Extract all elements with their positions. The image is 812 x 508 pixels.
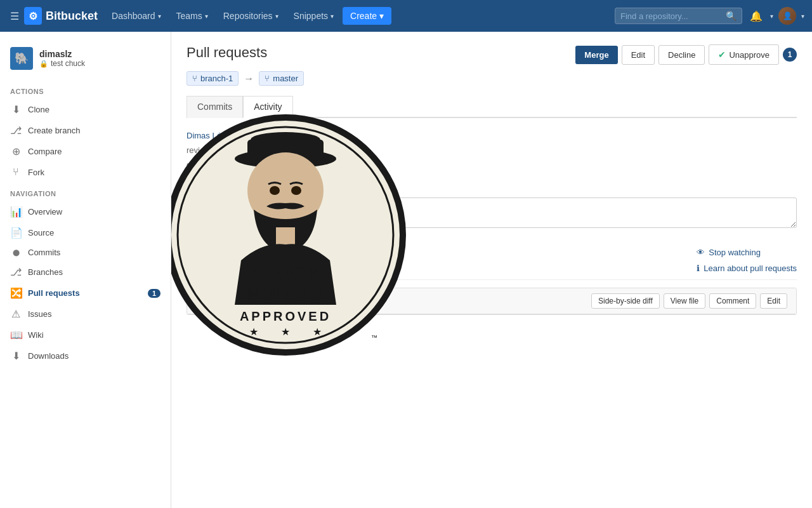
sidebar-item-pull-requests[interactable]: 🔀 Pull requests 1 — [0, 283, 171, 304]
downloads-icon: ⬇ — [10, 350, 22, 362]
overview-icon: 📊 — [10, 206, 22, 218]
sidebar-item-create-branch[interactable]: ⎇ Create branch — [0, 120, 171, 141]
logo[interactable]: ⚙ Bitbucket — [24, 7, 98, 25]
diff-remove-badge: -1 — [208, 265, 223, 276]
file-diff-box: txt1.txt Side-by-side diff View file Com… — [187, 288, 797, 315]
branch-icon: ⎇ — [10, 124, 22, 137]
sidebar-item-branches[interactable]: ⎇ Branches — [0, 262, 171, 283]
info-icon: ℹ — [697, 264, 700, 273]
comment-avatar — [187, 197, 206, 217]
view-file-button[interactable]: View file — [664, 293, 705, 309]
file-diff-actions: Side-by-side diff View file Comment Edit — [591, 293, 787, 309]
sidebar-item-downloads[interactable]: ⬇ Downloads — [0, 345, 171, 366]
svg-text:★: ★ — [281, 326, 290, 337]
tab-commits[interactable]: Commits — [187, 96, 243, 118]
sidebar-item-compare[interactable]: ⊕ Compare — [0, 141, 171, 162]
search-box: 🔍 — [615, 8, 742, 24]
stop-watching-button[interactable]: 👁 Stop watching — [697, 248, 797, 257]
lock-icon: 🔒 — [39, 60, 48, 68]
create-button[interactable]: Create ▾ — [343, 7, 391, 25]
chevron-down-icon: ▾ — [379, 11, 384, 21]
logo-icon: ⚙ — [24, 7, 42, 25]
arrow-icon: → — [244, 73, 254, 84]
sidebar-username[interactable]: dimaslz — [39, 49, 85, 59]
pr-tabs: Commits Activity — [187, 96, 797, 118]
source-branch: ⑂ branch-1 — [187, 71, 239, 86]
pr-sidebar-actions: 👁 Stop watching ℹ Learn about pull reque… — [697, 248, 797, 273]
unapprove-button[interactable]: ✔ Unapprove — [709, 44, 779, 65]
sidebar-item-commits[interactable]: ⬤ Commits — [0, 243, 171, 262]
chevron-down-icon: ▾ — [158, 13, 161, 20]
target-branch: ⑂ master — [259, 71, 304, 86]
diff-file-name: txt1.txt — [196, 297, 220, 306]
file-diff-header: txt1.txt Side-by-side diff View file Com… — [187, 288, 796, 314]
sidebar-item-source[interactable]: 📄 Source — [0, 222, 171, 243]
learn-about-button[interactable]: ℹ Learn about pull requests — [697, 264, 797, 273]
sidebar-avatar: 🐘 — [10, 47, 33, 70]
comment-button[interactable]: Comment — [709, 293, 756, 309]
user-avatar: 👤 — [778, 7, 796, 25]
tab-activity[interactable]: Activity — [243, 96, 292, 118]
chevron-down-icon: ▾ — [801, 13, 804, 20]
side-by-side-diff-button[interactable]: Side-by-side diff — [591, 293, 660, 309]
notifications-icon[interactable]: 🔔 — [747, 8, 765, 25]
pr-count-badge: 1 — [783, 48, 797, 62]
source-icon: 📄 — [10, 227, 22, 239]
sidebar-item-clone[interactable]: ⬇ Clone — [0, 99, 171, 120]
file-link[interactable]: txt1.txt — [227, 266, 251, 276]
comments-title: 0 — [187, 180, 797, 190]
chevron-down-icon: ▾ — [770, 13, 773, 20]
diff-add-badge: +1 — [187, 265, 203, 276]
logo-text: Bitbucket — [46, 10, 98, 23]
svg-text:★: ★ — [249, 326, 258, 337]
edit-button[interactable]: Edit — [622, 45, 655, 65]
check-icon: ✔ — [718, 50, 726, 60]
sidebar-repo-name: 🔒 test chuck — [39, 59, 85, 68]
avatar-img: 🐘 — [10, 47, 33, 70]
hamburger-menu[interactable]: ☰ — [8, 8, 22, 25]
main-wrapper: 🐘 dimaslz 🔒 test chuck ACTIONS ⬇ Clone ⎇… — [0, 32, 812, 508]
issues-icon: ⚠ — [10, 308, 22, 320]
merge-button[interactable]: Merge — [575, 46, 617, 64]
comments-section: 0 — [187, 180, 797, 228]
commits-icon: ⬤ — [10, 249, 22, 256]
avatar[interactable]: 👤 — [778, 7, 796, 25]
sidebar-item-fork[interactable]: ⑂ Fork — [0, 162, 171, 182]
pr-author-link[interactable]: Dimas López — [187, 131, 235, 140]
content: CHUCK NORRIS APPROVED ★ ★ ★ ™ Pull reque… — [171, 32, 812, 508]
nav-repositories[interactable]: Repositories ▾ — [217, 7, 285, 25]
sidebar-user-info: 🐘 dimaslz 🔒 test chuck — [0, 42, 171, 80]
pr-reviewers-row: reviewers — [187, 145, 797, 155]
chevron-down-icon: ▾ — [275, 13, 278, 20]
pr-actions: Merge Edit Decline ✔ Unapprove 1 — [575, 44, 797, 65]
sidebar-item-issues[interactable]: ⚠ Issues — [0, 304, 171, 324]
compare-icon: ⊕ — [10, 145, 22, 157]
pr-author-row: Dimas López — [187, 131, 797, 140]
comment-input[interactable] — [212, 197, 797, 228]
search-icon[interactable]: 🔍 — [726, 11, 737, 21]
pr-description-row: description — [187, 160, 797, 170]
branch-icon: ⑂ — [192, 74, 197, 83]
clone-icon: ⬇ — [10, 104, 22, 116]
svg-text:™: ™ — [371, 334, 377, 341]
nav-dashboard[interactable]: Dashboard ▾ — [105, 7, 167, 25]
nav-teams[interactable]: Teams ▾ — [170, 7, 214, 25]
search-input[interactable] — [620, 11, 722, 21]
nav-snippets[interactable]: Snippets ▾ — [287, 7, 340, 25]
navigation-label: NAVIGATION — [0, 182, 171, 201]
eye-icon: 👁 — [697, 248, 705, 257]
sidebar-item-wiki[interactable]: 📖 Wiki — [0, 324, 171, 345]
wiki-icon: 📖 — [10, 329, 22, 341]
chevron-down-icon: ▾ — [331, 13, 334, 20]
branch-icon: ⑂ — [265, 74, 270, 83]
decline-button[interactable]: Decline — [658, 45, 705, 65]
pull-requests-icon: 🔀 — [10, 287, 22, 299]
edit-diff-button[interactable]: Edit — [760, 293, 787, 309]
branch-row: ⑂ branch-1 → ⑂ master — [187, 71, 797, 86]
comment-box-wrapper — [187, 197, 797, 228]
actions-label: ACTIONS — [0, 80, 171, 99]
sidebar-item-overview[interactable]: 📊 Overview — [0, 201, 171, 222]
fork-icon: ⑂ — [10, 166, 22, 178]
branches-icon: ⎇ — [10, 266, 22, 278]
sidebar: 🐘 dimaslz 🔒 test chuck ACTIONS ⬇ Clone ⎇… — [0, 32, 171, 508]
